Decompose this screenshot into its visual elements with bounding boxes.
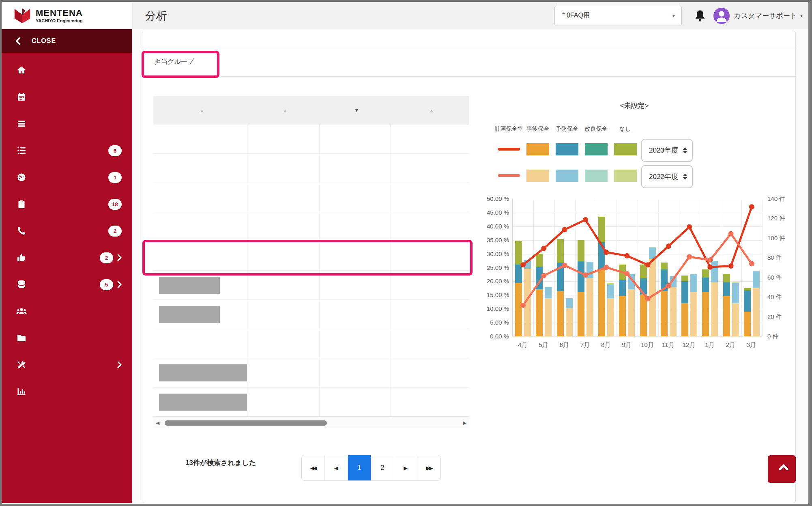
legend-color-swatch bbox=[614, 170, 637, 182]
table-body bbox=[153, 125, 469, 417]
left-axis-tick-label: 20.00 % bbox=[474, 278, 509, 284]
cell-plan-count bbox=[247, 125, 320, 153]
redacted-name-bar bbox=[159, 394, 247, 411]
page-button-1[interactable]: 1 bbox=[348, 455, 371, 480]
sidebar-item-request[interactable]: 2 bbox=[2, 217, 132, 244]
cell-plan-count bbox=[247, 388, 320, 416]
left-axis-tick-label: 0.00 % bbox=[474, 333, 509, 340]
column-header-3[interactable]: ▲ bbox=[391, 96, 469, 125]
cell-plan-count bbox=[247, 271, 320, 299]
sidebar-item-approval[interactable]: 2 bbox=[2, 244, 132, 271]
brand-name: MENTENA bbox=[36, 9, 83, 17]
group-table: ▲▲▼▲ bbox=[153, 96, 469, 417]
person-icon bbox=[713, 8, 730, 24]
legend-color-swatch bbox=[556, 143, 578, 155]
cell-plan-count bbox=[247, 241, 320, 270]
table-row[interactable] bbox=[153, 183, 469, 212]
cell-name bbox=[153, 154, 247, 183]
table-row[interactable] bbox=[153, 154, 469, 183]
sidebar-item-check-item[interactable]: 1 bbox=[2, 164, 132, 191]
sidebar-item-analysis[interactable] bbox=[2, 378, 132, 405]
sidebar-item-user-group-info[interactable] bbox=[2, 298, 132, 325]
table-row[interactable] bbox=[153, 300, 469, 329]
cell-planned-rate bbox=[320, 300, 391, 329]
cell-planned-rate bbox=[320, 388, 391, 416]
sidebar-item-work-plan-history[interactable]: 18 bbox=[2, 191, 132, 217]
table-row[interactable] bbox=[153, 358, 469, 388]
legend-color-swatch bbox=[556, 170, 578, 182]
tab-tantou-group[interactable]: 担当グループ bbox=[155, 47, 194, 77]
sidebar-item-dashboard[interactable] bbox=[2, 57, 132, 84]
cell-plan-count bbox=[247, 212, 320, 241]
column-header-2[interactable]: ▼ bbox=[320, 96, 391, 125]
brand-text: MENTENA YACHIYO Engineering bbox=[36, 9, 83, 23]
scrollbar-thumb[interactable] bbox=[165, 420, 327, 426]
legend-line-swatch bbox=[498, 174, 520, 177]
user-menu-caret-icon[interactable]: ▼ bbox=[799, 13, 803, 18]
workspace-select[interactable]: * 0FAQ用 ▼ bbox=[554, 6, 682, 26]
table-row-highlighted[interactable] bbox=[153, 241, 469, 271]
x-axis-tick-label: 9月 bbox=[616, 341, 637, 349]
year-select-2022年度[interactable]: 2022年度 bbox=[641, 165, 693, 188]
right-axis-tick-label: 100 件 bbox=[767, 235, 796, 242]
cell-name bbox=[153, 329, 247, 358]
notification-bell-icon[interactable] bbox=[694, 9, 706, 22]
table-row[interactable] bbox=[153, 271, 469, 300]
table-row[interactable] bbox=[153, 388, 469, 417]
year-select-2023年度[interactable]: 2023年度 bbox=[641, 139, 693, 162]
scroll-left-arrow-icon[interactable]: ◀ bbox=[153, 420, 162, 426]
left-axis-tick-label: 30.00 % bbox=[474, 250, 509, 257]
cell-corrective-count bbox=[391, 154, 469, 183]
sort-asc-icon: ▲ bbox=[200, 108, 204, 113]
sidebar-item-shared-files[interactable] bbox=[2, 325, 132, 351]
gantt-icon bbox=[15, 119, 28, 129]
sidebar-item-ledger[interactable]: 5 bbox=[2, 271, 132, 298]
table-row[interactable] bbox=[153, 329, 469, 358]
scroll-right-arrow-icon[interactable]: ▶ bbox=[460, 420, 469, 426]
cell-name bbox=[153, 183, 247, 212]
cell-corrective-count bbox=[391, 125, 469, 153]
user-menu[interactable]: カスタマーサポート bbox=[734, 11, 797, 20]
left-axis-tick-label: 15.00 % bbox=[474, 291, 509, 298]
cell-planned-rate bbox=[320, 183, 391, 212]
page-button-2[interactable]: 2 bbox=[371, 455, 394, 480]
count-badge: 18 bbox=[108, 199, 122, 210]
left-axis-tick-label: 25.00 % bbox=[474, 264, 509, 271]
chart-plot bbox=[512, 199, 762, 336]
first-page-button[interactable]: ◀◀ bbox=[302, 455, 325, 480]
column-header-1[interactable]: ▲ bbox=[247, 96, 320, 125]
sidebar-item-check-sheet[interactable]: 6 bbox=[2, 137, 132, 164]
page-title: 分析 bbox=[145, 9, 167, 23]
workspace-select-value: * 0FAQ用 bbox=[562, 11, 671, 20]
sidebar-item-gantt-chart[interactable] bbox=[2, 110, 132, 137]
table-row[interactable] bbox=[153, 212, 469, 241]
scroll-to-top-button[interactable] bbox=[768, 455, 796, 483]
sidebar-item-settings[interactable] bbox=[2, 351, 132, 378]
user-avatar[interactable] bbox=[713, 8, 730, 24]
scrollbar-track[interactable] bbox=[162, 420, 460, 426]
sidebar-item-schedule[interactable] bbox=[2, 84, 132, 110]
last-page-button[interactable]: ▶▶ bbox=[417, 455, 440, 480]
table-horizontal-scrollbar[interactable]: ◀ ▶ bbox=[153, 418, 469, 428]
prev-page-button[interactable]: ◀ bbox=[325, 455, 348, 480]
left-axis-tick-label: 35.00 % bbox=[474, 237, 509, 243]
main-area: 担当グループ ▲▲▼▲ ◀ ▶ 13件が検索されました ◀◀◀12▶▶▶ <未設… bbox=[132, 29, 808, 503]
column-header-0[interactable]: ▲ bbox=[153, 96, 247, 125]
sidebar-close-button[interactable]: CLOSE bbox=[2, 29, 132, 53]
redacted-name-bar bbox=[159, 364, 247, 381]
table-row[interactable] bbox=[153, 125, 469, 154]
x-axis-tick-label: 5月 bbox=[533, 341, 554, 349]
next-page-button[interactable]: ▶ bbox=[394, 455, 417, 480]
brand-logo[interactable]: MENTENA YACHIYO Engineering bbox=[2, 2, 132, 29]
legend-color-swatch bbox=[585, 143, 608, 155]
content-card: 担当グループ ▲▲▼▲ ◀ ▶ 13件が検索されました ◀◀◀12▶▶▶ <未設… bbox=[142, 31, 796, 503]
cell-planned-rate bbox=[320, 329, 391, 358]
cell-planned-rate bbox=[320, 271, 391, 299]
count-badge: 6 bbox=[108, 145, 122, 156]
legend-color-swatch bbox=[614, 143, 637, 155]
x-axis-tick-label: 1月 bbox=[699, 341, 720, 349]
left-axis-tick-label: 5.00 % bbox=[474, 319, 509, 326]
sidebar-close-label: CLOSE bbox=[32, 37, 56, 45]
sort-asc-icon: ▲ bbox=[283, 108, 288, 113]
left-axis-tick-label: 50.00 % bbox=[474, 195, 509, 202]
